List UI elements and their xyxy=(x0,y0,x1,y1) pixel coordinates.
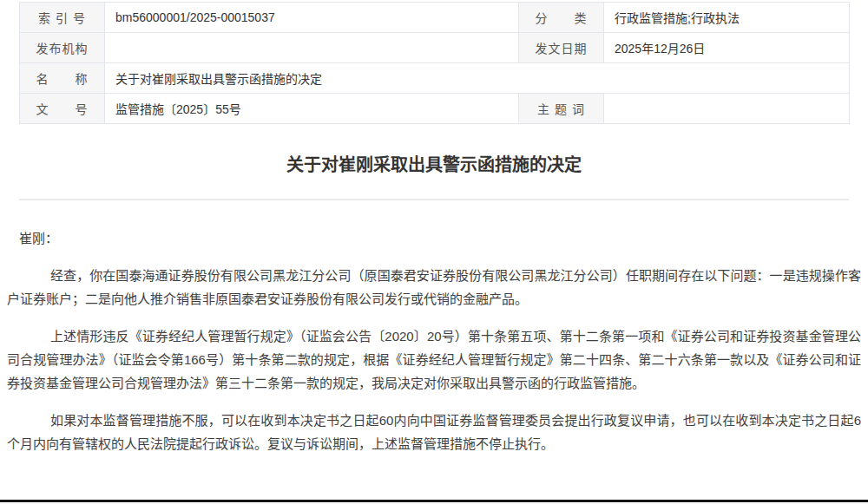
body-paragraph-1: 经查，你在国泰海通证券股份有限公司黑龙江分公司（原国泰君安证券股份有限公司黑龙江… xyxy=(7,264,861,311)
body-paragraph-3: 如果对本监督管理措施不服，可以在收到本决定书之日起60内向中国证券监督管理委员会… xyxy=(7,409,861,455)
table-row: 文 号 监管措施〔2025〕55号 主 题 词 xyxy=(20,94,850,124)
publisher-value xyxy=(105,33,519,63)
footer-edge-bar xyxy=(0,500,868,502)
publisher-label: 发布机构 xyxy=(20,33,105,63)
category-value: 行政监管措施;行政执法 xyxy=(604,3,850,33)
doc-number-value: 监管措施〔2025〕55号 xyxy=(105,94,519,124)
index-number-value: bm56000001/2025-00015037 xyxy=(105,3,519,33)
salutation: 崔刚： xyxy=(7,226,861,250)
document-page: { "colors": { "table_border": "#e3e6eb",… xyxy=(0,0,868,504)
subject-words-value xyxy=(604,94,850,124)
table-row: 索 引 号 bm56000001/2025-00015037 分 类 行政监管措… xyxy=(20,3,850,33)
index-number-label: 索 引 号 xyxy=(20,3,105,33)
pub-date-value: 2025年12月26日 xyxy=(604,33,850,63)
document-body: 崔刚： 经查，你在国泰海通证券股份有限公司黑龙江分公司（原国泰君安证券股份有限公… xyxy=(7,226,861,455)
name-label: 名 称 xyxy=(20,63,105,94)
category-label: 分 类 xyxy=(519,3,604,33)
document-meta-table: 索 引 号 bm56000001/2025-00015037 分 类 行政监管措… xyxy=(19,2,849,124)
table-row: 发布机构 发文日期 2025年12月26日 xyxy=(20,33,850,63)
title-divider xyxy=(19,199,849,200)
subject-words-label: 主 题 词 xyxy=(519,94,604,124)
doc-number-label: 文 号 xyxy=(20,94,105,124)
table-row: 名 称 关于对崔刚采取出具警示函措施的决定 xyxy=(20,63,850,94)
page-title: 关于对崔刚采取出具警示函措施的决定 xyxy=(0,153,868,177)
name-value: 关于对崔刚采取出具警示函措施的决定 xyxy=(105,63,850,94)
pub-date-label: 发文日期 xyxy=(519,33,604,63)
body-paragraph-2: 上述情形违反《证券经纪人管理暂行规定》（证监会公告〔2020〕20号）第十条第五… xyxy=(7,324,861,395)
